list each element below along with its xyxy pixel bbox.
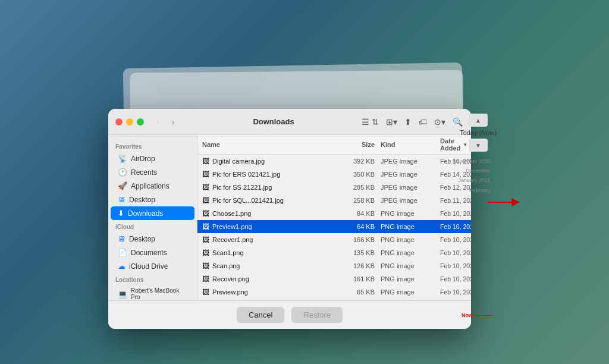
sidebar-item-applications[interactable]: 🚀 Applications (111, 179, 194, 193)
list-view-icon[interactable]: ☰ ⇅ (360, 116, 380, 128)
sidebar-item-airdrop[interactable]: 📡 AirDrop (111, 152, 194, 165)
file-size: 166 KB (339, 236, 381, 243)
file-icon: 🖼 (202, 157, 209, 165)
sidebar-item-macbook[interactable]: 💻 Robert's MacBook Pro (111, 285, 194, 300)
file-size: 84 KB (339, 210, 381, 217)
file-name: 🖼 Digital camera.jpg (202, 157, 339, 165)
file-icon: 🖼 (202, 196, 209, 205)
back-button[interactable]: ‹ (151, 115, 164, 128)
macbook-label: Robert's MacBook Pro (131, 287, 187, 300)
airdrop-label: AirDrop (131, 155, 155, 163)
restore-button[interactable]: Restore (291, 307, 343, 323)
timeline-now-label: Today (Now) (460, 129, 497, 136)
tag-icon[interactable]: 🏷 (417, 116, 428, 128)
close-button[interactable] (115, 118, 123, 125)
file-name: 🖼 Preview1.png (202, 222, 339, 231)
file-kind: JPEG image (381, 197, 440, 204)
file-name: 🖼 Choose1.png (202, 209, 339, 218)
col-name-header[interactable]: Name (202, 141, 339, 148)
col-kind-header[interactable]: Kind (381, 141, 440, 148)
traffic-lights (115, 118, 144, 125)
file-icon: 🖼 (202, 222, 209, 231)
timeline: ▲ Today (Now) ▼ November 2020 December J… (463, 109, 493, 329)
file-icon: 🖼 (202, 170, 209, 178)
file-kind: PNG image (381, 223, 440, 230)
file-size: 64 KB (339, 223, 381, 230)
finder-dialog: ‹ › Downloads ☰ ⇅ ⊞▾ ⬆ 🏷 ⊙▾ 🔍 Favorites … (108, 109, 471, 329)
grid-view-icon[interactable]: ⊞▾ (385, 116, 398, 128)
icloud-drive-icon: ☁ (118, 262, 125, 271)
file-size: 285 KB (339, 184, 381, 191)
titlebar: ‹ › Downloads ☰ ⇅ ⊞▾ ⬆ 🏷 ⊙▾ 🔍 (108, 109, 471, 135)
toolbar-icons: ☰ ⇅ ⊞▾ ⬆ 🏷 ⊙▾ 🔍 (360, 116, 464, 128)
minimize-button[interactable] (126, 118, 133, 125)
timeline-now-marker: Now (462, 312, 493, 318)
forward-button[interactable]: › (167, 115, 180, 128)
timeline-label-jan: January 2021 (458, 175, 491, 185)
search-icon[interactable]: 🔍 (451, 116, 464, 128)
locations-label: Locations (108, 273, 197, 285)
file-row[interactable]: 🖼 Recover.png 161 KB PNG image Feb 10, 2… (197, 272, 471, 285)
sidebar-item-icloud-desktop[interactable]: 🖥 Desktop (111, 232, 194, 246)
file-name: 🖼 Preview.png (202, 288, 339, 296)
zoom-button[interactable] (137, 118, 144, 125)
share-icon[interactable]: ⬆ (403, 116, 413, 128)
file-icon: 🖼 (202, 183, 209, 192)
file-size: 65 KB (339, 288, 381, 296)
file-size: 135 KB (339, 249, 381, 256)
file-row[interactable]: 🖼 Pic for SQL...021421.jpg 258 KB JPEG i… (197, 194, 471, 207)
dialog-body: Favorites 📡 AirDrop 🕐 Recents 🚀 Applicat… (108, 135, 471, 300)
file-icon: 🖼 (202, 209, 209, 218)
recents-label: Recents (131, 168, 157, 177)
sidebar-item-icloud-drive[interactable]: ☁ iCloud Drive (111, 259, 194, 273)
documents-label: Documents (131, 249, 167, 257)
file-icon: 🖼 (202, 275, 209, 283)
timeline-down-button[interactable]: ▼ (469, 139, 488, 152)
applications-label: Applications (131, 182, 169, 190)
file-icon: 🖼 (202, 288, 209, 296)
sidebar-item-desktop[interactable]: 🖥 Desktop (111, 193, 194, 206)
file-area: Name Size Kind Date Added ▼ 🖼 Digital ca… (197, 135, 471, 300)
airdrop-icon: 📡 (118, 154, 127, 163)
file-list[interactable]: 🖼 Digital camera.jpg 392 KB JPEG image F… (197, 155, 471, 300)
column-header: Name Size Kind Date Added ▼ (197, 135, 471, 155)
documents-icon: 📄 (118, 248, 127, 257)
col-size-header[interactable]: Size (339, 141, 381, 148)
icloud-label: iCloud (108, 220, 197, 232)
file-row[interactable]: 🖼 Digital camera.jpg 392 KB JPEG image F… (197, 155, 471, 168)
file-size: 392 KB (339, 158, 381, 165)
file-kind: PNG image (381, 236, 440, 243)
file-kind: PNG image (381, 210, 440, 217)
sidebar-item-downloads[interactable]: ⬇ Downloads (111, 206, 194, 220)
file-row[interactable]: 🖼 Preview1.png 64 KB PNG image Feb 10, 2… (197, 220, 471, 233)
file-row[interactable]: 🖼 Pic for ERS 021421.jpg 350 KB JPEG ima… (197, 168, 471, 181)
timeline-up-button[interactable]: ▲ (469, 114, 488, 127)
icloud-desktop-label: Desktop (129, 235, 155, 243)
nav-arrows: ‹ › (151, 115, 180, 128)
file-name: 🖼 Recover.png (202, 275, 339, 283)
file-row[interactable]: 🖼 Pic for SS 21221.jpg 285 KB JPEG image… (197, 181, 471, 194)
file-row[interactable]: 🖼 Scan.png 126 KB PNG image Feb 10, 2021… (197, 259, 471, 272)
file-kind: PNG image (381, 275, 440, 283)
cancel-button[interactable]: Cancel (237, 307, 284, 323)
file-row[interactable]: 🖼 Choose1.png 84 KB PNG image Feb 10, 20… (197, 207, 471, 220)
file-kind: PNG image (381, 262, 440, 269)
timeline-label-dec: December (466, 166, 491, 175)
file-size: 350 KB (339, 171, 381, 178)
recents-icon: 🕐 (118, 168, 127, 177)
red-arrow (485, 193, 521, 211)
favorites-label: Favorites (108, 140, 197, 152)
file-name: 🖼 Pic for SQL...021421.jpg (202, 196, 339, 205)
downloads-icon: ⬇ (118, 209, 124, 218)
file-size: 126 KB (339, 262, 381, 269)
sidebar-item-documents[interactable]: 📄 Documents (111, 246, 194, 259)
action-icon[interactable]: ⊙▾ (433, 116, 447, 128)
file-name: 🖼 Scan1.png (202, 249, 339, 257)
icloud-desktop-icon: 🖥 (118, 234, 125, 243)
file-row[interactable]: 🖼 Scan1.png 135 KB PNG image Feb 10, 202… (197, 246, 471, 259)
file-row[interactable]: 🖼 Recover1.png 166 KB PNG image Feb 10, … (197, 233, 471, 246)
file-kind: JPEG image (381, 158, 440, 165)
file-row[interactable]: 🖼 Preview.png 65 KB PNG image Feb 10, 20… (197, 285, 471, 299)
file-name: 🖼 Pic for ERS 021421.jpg (202, 170, 339, 178)
sidebar-item-recents[interactable]: 🕐 Recents (111, 165, 194, 179)
